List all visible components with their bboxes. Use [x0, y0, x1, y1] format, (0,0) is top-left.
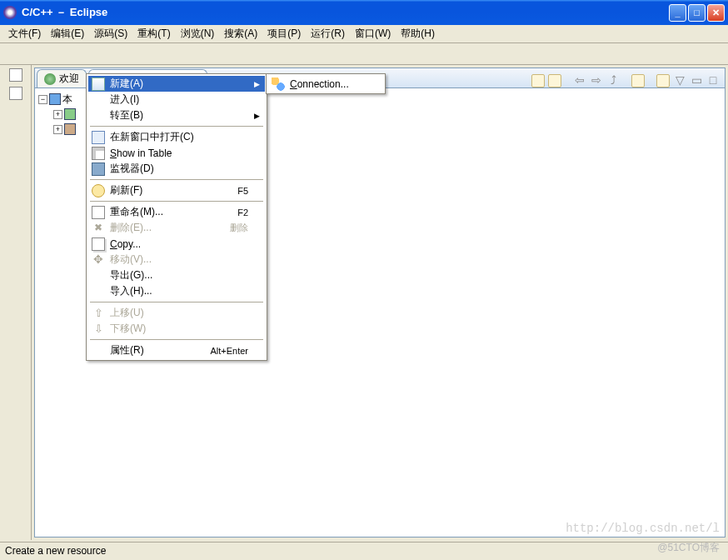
menu-navigate[interactable]: 浏览(N)	[176, 25, 220, 42]
menu-source[interactable]: 源码(S)	[89, 25, 132, 42]
node-icon	[64, 108, 76, 120]
ctx-new[interactable]: 新建(A) ▶	[88, 76, 265, 92]
menu-search[interactable]: 搜索(A)	[219, 25, 262, 42]
ctx-delete-label: 删除(E)...	[110, 221, 225, 235]
copy-icon	[92, 238, 105, 251]
menu-window[interactable]: 窗口(W)	[350, 25, 396, 42]
context-menu: 新建(A) ▶ 进入(I) 转至(B) ▶ 在新窗口中打开(C) Show in…	[86, 73, 267, 361]
ctx-properties[interactable]: 属性(R) Alt+Enter	[88, 342, 265, 358]
window-controls: _ □ ✕	[669, 4, 725, 22]
menu-run[interactable]: 运行(R)	[306, 25, 350, 42]
ctx-props-label: 属性(R)	[110, 343, 205, 358]
ctx-import[interactable]: 导入(H)...	[88, 283, 265, 299]
nav-up-icon[interactable]: ⤴	[606, 74, 620, 88]
menu-separator	[90, 339, 263, 340]
window-icon	[92, 131, 105, 144]
tree-expand-icon[interactable]: +	[53, 125, 62, 134]
monitor-icon	[92, 162, 105, 176]
arrow-up-icon	[92, 307, 105, 320]
globe-icon	[44, 73, 56, 85]
ctx-show-in-table[interactable]: Show in Table	[88, 145, 265, 161]
ctx-into-label: 进入(I)	[110, 92, 248, 107]
ctx-export-label: 导出(G)...	[110, 268, 248, 282]
ctx-goto-label: 转至(B)	[110, 108, 248, 122]
submenu-arrow-icon: ▶	[254, 80, 260, 88]
ctx-monitor[interactable]: 监视器(D)	[88, 161, 265, 177]
blank-icon	[92, 285, 105, 298]
toolbar-icon-3[interactable]	[631, 74, 645, 88]
maximize-button[interactable]: □	[688, 4, 706, 22]
rename-icon	[92, 206, 105, 219]
status-bar: Create a new resource	[0, 542, 728, 560]
main-toolbar	[0, 43, 728, 65]
menu-refactor[interactable]: 重构(T)	[132, 25, 175, 42]
minimize-button[interactable]: _	[669, 4, 686, 22]
perspective-icon-2[interactable]	[9, 87, 22, 100]
ctx-copy-label: Copy...	[110, 238, 248, 250]
arrow-down-icon	[92, 322, 105, 336]
submenu-connection[interactable]: Connection...	[268, 76, 383, 92]
nav-forward-icon[interactable]: ⇨	[590, 74, 603, 88]
toolbar-icon-1[interactable]	[531, 74, 545, 88]
table-icon	[92, 147, 105, 160]
blank-icon	[92, 93, 105, 107]
blank-icon	[92, 269, 105, 282]
menu-separator	[90, 302, 263, 302]
perspective-icon-1[interactable]	[9, 68, 22, 82]
ctx-refresh-label: 刷新(F)	[110, 183, 232, 198]
tab-welcome-label: 欢迎	[59, 72, 79, 86]
menu-separator	[90, 201, 263, 202]
tab-welcome[interactable]: 欢迎	[37, 69, 87, 88]
menu-project[interactable]: 项目(P)	[262, 25, 306, 42]
tree-collapse-icon[interactable]: −	[38, 95, 47, 104]
new-submenu: Connection...	[266, 73, 386, 94]
menu-edit[interactable]: 编辑(E)	[46, 25, 89, 42]
ctx-open-new-window[interactable]: 在新窗口中打开(C)	[88, 129, 265, 145]
ctx-delete: 删除(E)... 删除	[88, 220, 265, 236]
ctx-import-label: 导入(H)...	[110, 284, 248, 298]
delete-icon	[92, 222, 105, 235]
blank-icon	[92, 344, 105, 358]
toolbar-icon-2[interactable]	[548, 74, 561, 88]
ctx-move-down: 下移(W)	[88, 321, 265, 337]
view-menu-icon[interactable]: ▽	[673, 74, 686, 88]
ctx-up-label: 上移(U)	[110, 306, 248, 320]
new-icon	[92, 78, 105, 91]
ctx-export[interactable]: 导出(G)...	[88, 268, 265, 283]
toolbar-icon-4[interactable]	[656, 74, 670, 88]
ctx-refresh-shortcut: F5	[237, 186, 248, 196]
maximize-view-icon[interactable]: □	[706, 74, 720, 88]
menu-file[interactable]: 文件(F)	[3, 25, 46, 42]
node-icon	[64, 123, 76, 135]
menu-help[interactable]: 帮助(H)	[396, 25, 440, 42]
ctx-move: 移动(V)...	[88, 252, 265, 268]
blank-icon	[92, 109, 105, 122]
ctx-move-label: 移动(V)...	[110, 252, 248, 267]
ctx-copy[interactable]: Copy...	[88, 236, 265, 252]
refresh-icon	[92, 184, 105, 198]
ctx-new-label: 新建(A)	[110, 77, 248, 91]
eclipse-icon	[3, 6, 17, 19]
minimize-view-icon[interactable]: ▭	[690, 74, 703, 88]
ctx-rename-shortcut: F2	[237, 208, 248, 218]
window-title: C/C++ － Eclipse	[22, 5, 669, 20]
ctx-goto[interactable]: 转至(B) ▶	[88, 108, 265, 123]
ctx-delete-shortcut: 删除	[230, 222, 248, 234]
submenu-arrow-icon: ▶	[254, 112, 260, 120]
host-icon	[49, 93, 61, 105]
nav-back-icon[interactable]: ⇦	[573, 74, 586, 88]
menu-separator	[90, 126, 263, 127]
ctx-goto-into[interactable]: 进入(I)	[88, 92, 265, 108]
ctx-move-up: 上移(U)	[88, 305, 265, 321]
tree-root-label: 本	[62, 92, 72, 107]
ctx-monitor-label: 监视器(D)	[110, 162, 248, 176]
ctx-rename-label: 重命名(M)...	[110, 205, 232, 219]
tree-expand-icon[interactable]: +	[53, 110, 62, 119]
view-toolbar: ⇦ ⇨ ⤴ ▽ ▭ □	[531, 74, 725, 88]
ctx-refresh[interactable]: 刷新(F) F5	[88, 182, 265, 198]
status-text: Create a new resource	[5, 545, 106, 557]
submenu-connection-label: Connection...	[290, 78, 349, 90]
ctx-rename[interactable]: 重命名(M)... F2	[88, 204, 265, 220]
close-button[interactable]: ✕	[707, 4, 725, 22]
menu-bar: 文件(F) 编辑(E) 源码(S) 重构(T) 浏览(N) 搜索(A) 项目(P…	[0, 25, 728, 43]
